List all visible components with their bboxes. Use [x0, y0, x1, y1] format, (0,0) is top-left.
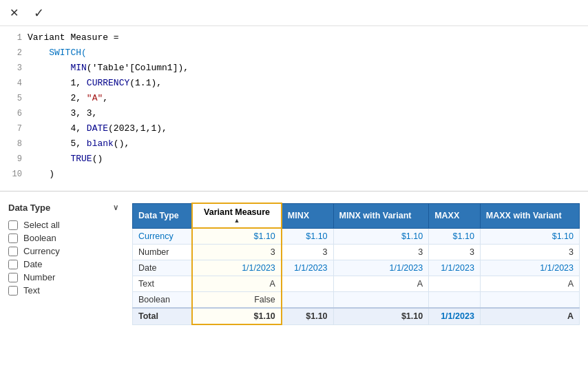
filter-item-currency[interactable]: Currency	[8, 246, 118, 256]
filter-checkbox-text[interactable]	[8, 286, 18, 296]
code-text: ,	[103, 93, 108, 103]
total-minx: $1.10	[282, 308, 333, 324]
code-keyword: MIN	[70, 63, 86, 73]
filter-items-list: Select all Boolean Currency Date Number …	[8, 220, 118, 296]
cell-maxxv: 3	[480, 245, 579, 260]
line-number: 6	[3, 106, 22, 121]
filter-item-select-all[interactable]: Select all	[8, 220, 118, 230]
code-text: )	[28, 169, 54, 179]
table-row: Number 3 3 3 3 3	[133, 245, 580, 260]
chevron-down-icon[interactable]: ∨	[113, 203, 118, 212]
filter-item-number[interactable]: Number	[8, 272, 118, 282]
filter-panel: Data Type ∨ Select all Boolean Currency …	[8, 203, 118, 372]
filter-item-boolean[interactable]: Boolean	[8, 233, 118, 243]
line-number: 3	[3, 61, 22, 76]
cell-variant: 1/1/2023	[192, 260, 282, 276]
filter-checkbox-number[interactable]	[8, 273, 18, 282]
code-line-3: 3 MIN('Table'[Column1]),	[0, 61, 588, 76]
total-variant: $1.10	[192, 308, 282, 324]
filter-item-text[interactable]: Text	[8, 285, 118, 296]
filter-item-date[interactable]: Date	[8, 259, 118, 269]
code-line-9: 9 TRUE()	[0, 152, 588, 167]
code-line-2: 2 SWITCH(	[0, 45, 588, 61]
cell-variant: $1.10	[192, 228, 282, 245]
filter-checkbox-currency[interactable]	[8, 247, 18, 256]
cell-maxxv: 1/1/2023	[480, 260, 579, 276]
cell-minxv	[333, 292, 429, 309]
cell-minx: $1.10	[282, 228, 333, 245]
cell-maxx	[429, 276, 481, 292]
cell-type: Text	[133, 276, 193, 292]
col-header-minx-variant: MINX with Variant	[333, 203, 429, 228]
filter-title: Data Type	[8, 203, 50, 213]
code-text	[28, 63, 70, 73]
code-line-10: 10 )	[0, 167, 588, 182]
cell-maxxv: $1.10	[480, 228, 579, 245]
code-line-1: 1 Variant Measure =	[0, 30, 588, 45]
table-header-row: Data Type Variant Measure ▲ MINX MINX wi…	[133, 203, 580, 228]
code-text: ()	[92, 154, 103, 164]
line-number: 2	[3, 45, 22, 61]
code-text: 5,	[28, 138, 87, 149]
cell-variant: 3	[192, 245, 282, 260]
cell-type: Boolean	[133, 292, 193, 309]
total-maxx: 1/1/2023	[429, 308, 481, 324]
code-text: (2023,1,1),	[108, 123, 167, 134]
col-header-maxx: MAXX	[429, 203, 481, 228]
filter-label-text: Text	[23, 285, 40, 296]
cell-maxx: 3	[429, 245, 481, 260]
table-row: Text A A A	[133, 276, 580, 292]
code-text: 2,	[28, 93, 87, 103]
data-table-container: Data Type Variant Measure ▲ MINX MINX wi…	[132, 203, 580, 372]
filter-label-currency: Currency	[23, 246, 60, 256]
cell-minx	[282, 292, 333, 309]
variant-header-label: Variant Measure	[204, 207, 270, 217]
code-text: 1,	[28, 78, 87, 88]
table-row: Date 1/1/2023 1/1/2023 1/1/2023 1/1/2023…	[133, 260, 580, 276]
filter-checkbox-select-all[interactable]	[8, 220, 18, 230]
cell-type: Number	[133, 245, 193, 260]
cell-variant: False	[192, 292, 282, 309]
line-number: 1	[3, 30, 22, 45]
col-header-minx: MINX	[282, 203, 333, 228]
line-number: 10	[3, 167, 22, 182]
cell-minx: 1/1/2023	[282, 260, 333, 276]
code-text: ('Table'[Column1]),	[87, 63, 189, 73]
line-number: 8	[3, 136, 22, 152]
filter-header: Data Type ∨	[8, 203, 118, 213]
code-line-6: 6 3, 3,	[0, 106, 588, 121]
filter-checkbox-date[interactable]	[8, 260, 18, 269]
confirm-icon[interactable]: ✓	[30, 5, 47, 21]
cell-minxv: 3	[333, 245, 429, 260]
line-number: 5	[3, 91, 22, 106]
filter-label-select-all: Select all	[23, 220, 60, 230]
col-header-variant: Variant Measure ▲	[192, 203, 282, 228]
toolbar: ✕ ✓	[0, 0, 588, 26]
cell-maxx: 1/1/2023	[429, 260, 481, 276]
code-text: Variant Measure =	[28, 30, 119, 45]
total-maxxv: A	[480, 308, 579, 324]
cell-minxv: 1/1/2023	[333, 260, 429, 276]
total-minxv: $1.10	[333, 308, 429, 324]
col-header-datatype: Data Type	[133, 203, 193, 228]
code-text	[28, 154, 70, 164]
cell-type: Date	[133, 260, 193, 276]
cell-minx	[282, 276, 333, 292]
code-keyword: SWITCH(	[28, 48, 87, 58]
cell-minxv: $1.10	[333, 228, 429, 245]
code-line-7: 7 4, DATE(2023,1,1),	[0, 121, 588, 136]
cell-maxx	[429, 292, 481, 309]
code-string: "A"	[87, 93, 103, 103]
col-header-maxx-variant: MAXX with Variant	[480, 203, 579, 228]
code-keyword: blank	[87, 138, 114, 149]
code-keyword: TRUE	[70, 154, 92, 164]
cell-maxxv	[480, 292, 579, 309]
table-row: Boolean False	[133, 292, 580, 309]
code-keyword: CURRENCY	[87, 78, 129, 88]
code-text: 3, 3,	[28, 108, 97, 118]
line-number: 9	[3, 152, 22, 167]
filter-checkbox-boolean[interactable]	[8, 234, 18, 243]
close-icon[interactable]: ✕	[6, 5, 22, 21]
cell-variant: A	[192, 276, 282, 292]
cell-type: Currency	[133, 228, 193, 245]
